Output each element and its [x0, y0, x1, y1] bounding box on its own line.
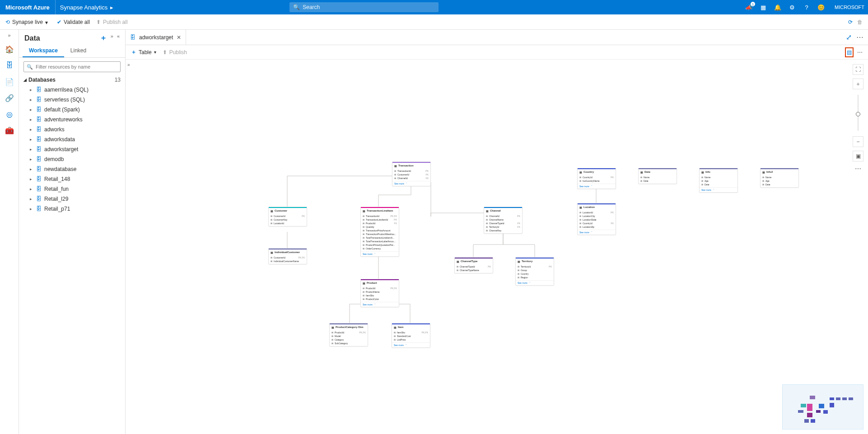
validate-all-button[interactable]: ✔Validate all [57, 19, 90, 25]
megaphone-icon[interactable]: 📣1 [745, 4, 752, 11]
entity-location[interactable]: ▦Location⊞LocationIdPK⊞LocationCity⊞Loca… [577, 203, 616, 235]
template-gallery-button[interactable]: ▤ [845, 47, 854, 57]
chevrons-icon[interactable]: » [111, 33, 113, 43]
database-item[interactable]: ▸🗄Retail_l29 [19, 194, 125, 204]
entity-txnlineitem[interactable]: ▦TransactionLineItem⊞TransactionIdPK,FK⊞… [360, 207, 399, 257]
entity-header: ▦IndividualCustomer [269, 249, 307, 255]
account-label[interactable]: MICROSOFT [831, 5, 868, 10]
more-canvas-icon[interactable]: ⋯ [857, 49, 863, 55]
upload-icon: ⬆ [96, 19, 101, 25]
database-item[interactable]: ▸🗄Retail_148 [19, 174, 125, 184]
canvas-minimap[interactable] [782, 384, 863, 429]
tab-linked[interactable]: Linked [64, 45, 93, 57]
publish-all-button[interactable]: ⬆Publish all [96, 19, 128, 25]
entity-prodcat[interactable]: ▦ProductCategory Dim⊞ProductIdPK,FK⊞Mode… [329, 323, 368, 346]
group-databases[interactable]: ◢ Databases 13 [19, 75, 125, 85]
table-icon: ▦ [518, 260, 520, 263]
product-breadcrumb[interactable]: Synapse Analytics ▸ [55, 0, 118, 14]
nav-integrate-icon[interactable]: 🔗 [5, 93, 14, 103]
expand-rail-icon[interactable]: » [8, 32, 10, 38]
entity-channeltype[interactable]: ▦ChannelType⊞ChannelTypeIdPK⊞ChannelType… [454, 257, 493, 273]
database-item[interactable]: ▸🗄default (Spark) [19, 105, 125, 115]
filter-input-wrap[interactable]: 🔍 [23, 61, 121, 72]
nav-develop-icon[interactable]: 📄 [5, 77, 14, 87]
see-more-link[interactable]: See more ˅ [392, 181, 430, 186]
entity-indcust[interactable]: ▦IndividualCustomer⊞CustomerIdPK,FK⊞Indi… [268, 248, 307, 264]
zoom-slider-knob[interactable] [856, 112, 860, 116]
entity-info[interactable]: ▦Info⊞Name⊞Age⊞DateSee more ˅ [699, 168, 738, 193]
grid-icon[interactable]: ▦ [760, 4, 767, 11]
canvas[interactable]: » ▦Transaction⊞TransactionIdPK⊞CustomerI… [126, 60, 868, 434]
expand-editor-icon[interactable]: ⤢ [846, 33, 852, 42]
see-more-link[interactable]: See more ˅ [700, 187, 737, 192]
tab-workspace[interactable]: Workspace [23, 45, 64, 57]
entity-item[interactable]: ▦Item⊞ItemSkuPK,FK⊞StandardCost⊞ListPric… [392, 323, 430, 348]
see-more-link[interactable]: See more ˅ [361, 302, 399, 307]
entity-country[interactable]: ▦Country⊞CountryIdPK⊞IsoCountryNameSee m… [577, 168, 616, 189]
database-item[interactable]: ▸🗄newdatabase [19, 164, 125, 174]
more-editor-icon[interactable]: ⋯ [856, 33, 863, 42]
help-icon[interactable]: ? [803, 4, 810, 11]
database-item[interactable]: ▸🗄serverless (SQL) [19, 95, 125, 105]
table-icon: ▦ [331, 326, 334, 329]
entity-territory[interactable]: ▦Territory⊞TerritoryIdPK⊞Group⊞Country⊞R… [515, 257, 554, 286]
canvas-controls: ⛶ ＋ − ▣ ⋯ [853, 64, 863, 172]
database-item[interactable]: ▸🗄adworkstarget [19, 144, 125, 154]
zoom-out-icon[interactable]: − [853, 136, 863, 147]
database-item[interactable]: ▸🗄Retail_fun [19, 184, 125, 194]
entity-product[interactable]: ▦Product⊞ProductIdPK,FK⊞ProductName⊞Item… [360, 279, 399, 307]
left-nav-rail: » 🏠 🗄 📄 🔗 ◎ 🧰 [0, 30, 19, 434]
chevron-down-icon: ▾ [45, 19, 51, 25]
database-item[interactable]: ▸🗄Retail_p71 [19, 204, 125, 214]
zoom-in-icon[interactable]: ＋ [853, 78, 863, 89]
entity-info2[interactable]: ▦Info2⊞Name⊞Age⊞Date [760, 168, 799, 188]
global-search[interactable]: 🔍 Search [289, 2, 439, 12]
nav-data-icon[interactable]: 🗄 [5, 60, 14, 70]
database-item[interactable]: ▸🗄demodb [19, 154, 125, 164]
filter-input[interactable] [36, 64, 117, 69]
see-more-link[interactable]: See more ˅ [578, 230, 616, 235]
refresh-icon[interactable]: ⟳ [848, 19, 853, 25]
collapse-panel-icon[interactable]: « [117, 33, 120, 43]
file-tab-label: adworkstarget [139, 34, 173, 41]
caret-right-icon: ▸ [30, 107, 33, 112]
main-area: 🗄 adworkstarget ✕ ⤢ ⋯ ＋Table▾ ⬆Publish ▤… [126, 30, 868, 434]
panel-tabs: Workspace Linked [19, 45, 125, 58]
add-table-button[interactable]: ＋Table▾ [131, 48, 156, 56]
fit-view-icon[interactable]: ⛶ [853, 64, 863, 75]
nav-home-icon[interactable]: 🏠 [5, 44, 14, 54]
publish-button[interactable]: ⬆Publish [163, 49, 187, 55]
nav-monitor-icon[interactable]: ◎ [5, 109, 14, 119]
database-item[interactable]: ▸🗄adworks [19, 125, 125, 134]
zoom-slider[interactable] [858, 95, 859, 131]
publish-label: Publish [169, 49, 187, 55]
entity-title: ProductCategory Dim [336, 326, 364, 328]
add-icon[interactable]: ＋ [100, 33, 107, 43]
database-label: Retail_l29 [44, 196, 68, 202]
database-icon: 🗄 [36, 106, 42, 113]
database-item[interactable]: ▸🗄adventureworks [19, 115, 125, 125]
file-tab-adworkstarget[interactable]: 🗄 adworkstarget ✕ [126, 30, 186, 45]
delete-icon[interactable]: 🗑 [857, 19, 863, 25]
database-label: Retail_148 [44, 176, 70, 182]
see-more-link[interactable]: See more ˅ [361, 251, 399, 256]
synapse-live-toggle[interactable]: ⟲Synapse live▾ [5, 19, 51, 25]
database-label: aamerrilsea (SQL) [44, 87, 89, 93]
database-item[interactable]: ▸🗄adworksdata [19, 134, 125, 144]
more-controls-icon[interactable]: ⋯ [855, 165, 861, 172]
database-item[interactable]: ▸🗄aamerrilsea (SQL) [19, 85, 125, 95]
caret-right-icon: ▸ [30, 88, 33, 92]
entity-channel[interactable]: ▦Channel⊞ChannelIdPK⊞ChannelName⊞Channel… [484, 207, 523, 234]
feedback-icon[interactable]: 😊 [817, 4, 825, 11]
entity-customer[interactable]: ▦Customer⊞CustomerIdPK⊞CustomerKey⊞Locat… [268, 207, 307, 226]
gear-icon[interactable]: ⚙ [789, 4, 796, 11]
close-tab-icon[interactable]: ✕ [177, 34, 181, 41]
see-more-link[interactable]: See more ˅ [516, 280, 554, 285]
bell-icon[interactable]: 🔔 [774, 4, 781, 11]
see-more-link[interactable]: See more ˅ [392, 342, 430, 347]
entity-transaction[interactable]: ▦Transaction⊞TransactionIdPK⊞CustomerIdF… [392, 162, 431, 186]
layout-icon[interactable]: ▣ [853, 151, 863, 162]
entity-date[interactable]: ▦Date⊞Name⊞Date [638, 168, 677, 184]
see-more-link[interactable]: See more ˅ [578, 184, 616, 189]
nav-manage-icon[interactable]: 🧰 [5, 125, 14, 135]
